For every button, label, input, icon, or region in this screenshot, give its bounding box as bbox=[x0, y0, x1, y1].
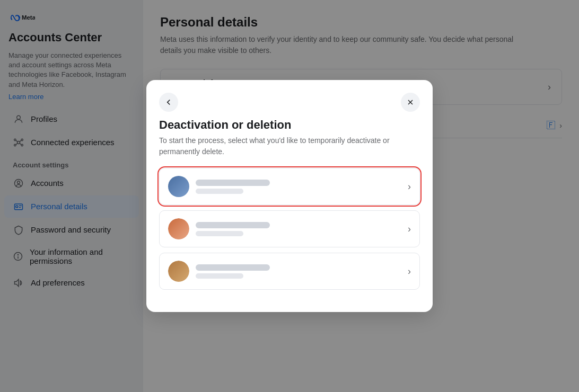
modal-back-button[interactable] bbox=[159, 93, 178, 112]
chevron-right-account-2: › bbox=[408, 224, 411, 235]
account-item-2[interactable]: › bbox=[159, 210, 420, 247]
account-item-1-left bbox=[168, 176, 270, 197]
account-sub-blur-1 bbox=[196, 189, 243, 194]
account-sub-blur-2 bbox=[196, 231, 243, 236]
account-item-2-left bbox=[168, 218, 270, 239]
account-name-blur-2 bbox=[196, 222, 270, 228]
modal-subtitle: To start the process, select what you'd … bbox=[159, 135, 420, 157]
account-name-blur-1 bbox=[196, 180, 270, 186]
chevron-right-account-3: › bbox=[408, 266, 411, 277]
modal-header bbox=[159, 93, 420, 112]
account-item-3[interactable]: › bbox=[159, 253, 420, 290]
account-info-3 bbox=[196, 264, 270, 279]
account-avatar-facebook bbox=[168, 176, 189, 197]
account-avatar-instagram-1 bbox=[168, 218, 189, 239]
instagram-avatar-bg-1 bbox=[168, 218, 189, 239]
chevron-right-account-1: › bbox=[408, 181, 411, 192]
account-name-blur-3 bbox=[196, 264, 270, 271]
instagram-avatar-bg-2 bbox=[168, 261, 189, 282]
account-info-2 bbox=[196, 222, 270, 236]
account-info-1 bbox=[196, 180, 270, 194]
account-sub-blur-3 bbox=[196, 273, 243, 279]
account-item-1[interactable]: › bbox=[159, 168, 420, 205]
modal-title: Deactivation or deletion bbox=[159, 118, 420, 132]
facebook-avatar-bg bbox=[168, 176, 189, 197]
account-item-3-left bbox=[168, 261, 270, 282]
account-avatar-instagram-2 bbox=[168, 261, 189, 282]
modal: Deactivation or deletion To start the pr… bbox=[146, 80, 433, 312]
modal-close-button[interactable] bbox=[401, 93, 420, 112]
modal-overlay: Deactivation or deletion To start the pr… bbox=[0, 0, 579, 392]
